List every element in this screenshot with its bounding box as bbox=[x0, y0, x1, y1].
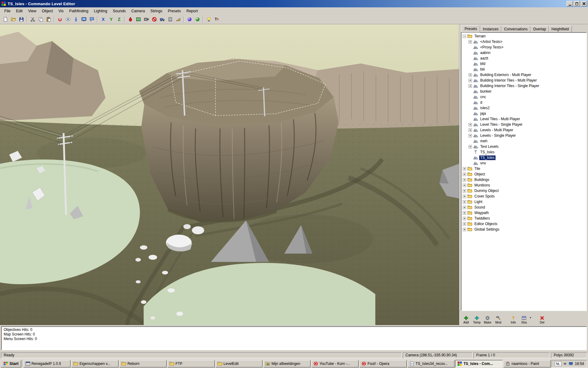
comments-button[interactable] bbox=[88, 15, 96, 23]
close-button[interactable] bbox=[581, 1, 587, 6]
tree-item[interactable]: +Cover Spots bbox=[462, 194, 586, 199]
tree-item[interactable]: +Dummy Object bbox=[462, 188, 586, 194]
tree-item[interactable]: d bbox=[462, 100, 586, 105]
tree-item[interactable]: cnc bbox=[462, 94, 586, 100]
tree-item[interactable]: aabnn bbox=[462, 50, 586, 56]
tab-heightfield[interactable]: Heightfield bbox=[549, 26, 572, 32]
expand-toggle-icon[interactable]: + bbox=[463, 184, 466, 187]
expand-toggle-icon[interactable]: + bbox=[469, 123, 472, 126]
tab-presets[interactable]: Presets bbox=[462, 25, 480, 33]
tree-item[interactable]: +Buildings bbox=[462, 177, 586, 182]
tab-overlap[interactable]: Overlap bbox=[530, 26, 549, 32]
make-preset-button[interactable]: Make bbox=[483, 316, 492, 324]
tree-item[interactable]: isles2 bbox=[462, 105, 586, 111]
tree-item[interactable]: +Level Tiles - Single Player bbox=[462, 122, 586, 127]
tree-item[interactable]: biii bbox=[462, 67, 586, 72]
taskbar-button-naamloos-paint[interactable]: naamloos - Paint bbox=[503, 360, 551, 367]
tree-item[interactable]: meh bbox=[462, 138, 586, 144]
ramp-tool-button[interactable] bbox=[174, 15, 182, 23]
menu-object[interactable]: Object bbox=[39, 8, 56, 14]
expand-toggle-icon[interactable]: + bbox=[463, 173, 466, 176]
tree-item[interactable]: aaztt bbox=[462, 56, 586, 61]
taskbar-button-ts-isles-com[interactable]: TS_Isles - Com... bbox=[455, 360, 503, 367]
light-tool-button[interactable] bbox=[205, 15, 213, 23]
expand-toggle-icon[interactable]: + bbox=[469, 79, 472, 82]
taskbar-button-mijn-afbeeldingen[interactable]: Mijn afbeeldingen bbox=[263, 360, 311, 367]
record-path-button[interactable] bbox=[150, 15, 158, 23]
viewport-3d[interactable] bbox=[0, 24, 459, 325]
expand-toggle-icon[interactable]: + bbox=[463, 189, 466, 193]
cut-button[interactable] bbox=[29, 15, 36, 23]
del-preset-button[interactable]: Del bbox=[537, 316, 547, 324]
tree-item[interactable]: +Waypath bbox=[462, 210, 586, 216]
drop-to-ground-button[interactable] bbox=[126, 15, 134, 23]
tree-item[interactable]: +Building Exteriors - Multi Player bbox=[462, 72, 586, 78]
lock-y-axis-button[interactable]: Y bbox=[107, 15, 115, 23]
taskbar-button-renegadeip-1-0-5[interactable]: RenegadeIP 1.0.5 bbox=[24, 360, 71, 367]
expand-toggle-icon[interactable]: + bbox=[469, 145, 472, 148]
visibility-button[interactable] bbox=[64, 15, 72, 23]
menu-report[interactable]: Report bbox=[183, 8, 201, 14]
menu-edit[interactable]: Edit bbox=[13, 8, 25, 14]
expand-toggle-icon[interactable]: + bbox=[469, 73, 472, 77]
menu-strings[interactable]: Strings bbox=[148, 8, 165, 14]
tree-item[interactable]: +Building Interior Tiles - Multi Player bbox=[462, 78, 586, 83]
menu-presets[interactable]: Presets bbox=[165, 8, 183, 14]
tree-item[interactable]: TS_Isles bbox=[462, 149, 586, 155]
vehicle-tool-button[interactable] bbox=[158, 15, 166, 23]
expand-toggle-icon[interactable]: + bbox=[469, 128, 472, 132]
collapse-toggle-icon[interactable]: − bbox=[463, 35, 466, 38]
tree-item[interactable]: <Proxy Tests> bbox=[462, 44, 586, 50]
tree-item[interactable]: +Sound bbox=[462, 205, 586, 210]
tab-instances[interactable]: Instances bbox=[480, 26, 501, 32]
taskbar-button-eigenschappen-v[interactable]: Eigenschappen v... bbox=[71, 360, 119, 367]
tree-item[interactable]: +Munitions bbox=[462, 182, 586, 188]
expand-toggle-icon[interactable]: + bbox=[463, 217, 466, 220]
tree-item[interactable]: jaja bbox=[462, 111, 586, 116]
tree-item[interactable]: +Global Settings bbox=[462, 227, 586, 232]
taskbar-button-ftp[interactable]: FTP bbox=[168, 360, 215, 367]
open-file-button[interactable] bbox=[9, 15, 17, 23]
maximize-button[interactable] bbox=[574, 1, 580, 6]
tree-item[interactable]: +<Artist Tests> bbox=[462, 39, 586, 44]
tree-item[interactable]: +Tile bbox=[462, 166, 586, 171]
tree-item[interactable]: Level Tiles - Multi Player bbox=[462, 116, 586, 122]
tree-item[interactable]: +Light bbox=[462, 199, 586, 205]
sphere-green-tool-button[interactable] bbox=[194, 15, 201, 23]
taskbar-button-reborn[interactable]: Reborn bbox=[119, 360, 167, 367]
tree-item[interactable]: TS_Isles bbox=[462, 155, 586, 160]
xtra-preset-button[interactable]: Xtra bbox=[519, 316, 529, 324]
tree-item[interactable]: bunker bbox=[462, 89, 586, 94]
start-button[interactable]: Start bbox=[1, 360, 21, 367]
copy-button[interactable] bbox=[37, 15, 44, 23]
expand-toggle-icon[interactable]: + bbox=[469, 134, 472, 137]
tree-item[interactable]: vnv bbox=[462, 160, 586, 166]
menu-sounds[interactable]: Sounds bbox=[110, 8, 128, 14]
temp-preset-button[interactable]: Temp bbox=[472, 316, 481, 324]
tree-item[interactable]: −Terrain bbox=[462, 33, 586, 39]
expand-toggle-icon[interactable]: + bbox=[463, 200, 466, 204]
tree-item[interactable]: bfd bbox=[462, 61, 586, 67]
expand-toggle-icon[interactable]: + bbox=[463, 222, 466, 226]
menu-vis[interactable]: Vis bbox=[56, 8, 66, 14]
tree-item[interactable]: +Object bbox=[462, 171, 586, 177]
walk-through-button[interactable] bbox=[72, 15, 80, 23]
menu-lighting[interactable]: Lighting bbox=[91, 8, 110, 14]
tree-item[interactable]: +Test Levels bbox=[462, 144, 586, 149]
xtra-dropdown-arrow[interactable]: ▼ bbox=[529, 316, 532, 319]
taskbar-button-youtube-korn[interactable]: YouTube - Korn -... bbox=[311, 360, 359, 367]
volume-icon[interactable] bbox=[563, 362, 567, 366]
sphere-purple-tool-button[interactable] bbox=[186, 15, 193, 23]
expand-toggle-icon[interactable]: + bbox=[469, 84, 472, 88]
snap-grid-button[interactable] bbox=[134, 15, 142, 23]
expand-toggle-icon[interactable]: + bbox=[463, 195, 466, 198]
select-mode-button[interactable] bbox=[56, 15, 64, 23]
paste-button[interactable] bbox=[45, 15, 52, 23]
new-file-button[interactable] bbox=[2, 15, 9, 23]
info-preset-button[interactable]: ?Info bbox=[509, 316, 518, 324]
language-indicator[interactable]: NL bbox=[555, 361, 561, 366]
expand-toggle-icon[interactable]: + bbox=[463, 211, 466, 215]
expand-toggle-icon[interactable]: + bbox=[469, 40, 472, 44]
building-tool-button[interactable] bbox=[166, 15, 174, 23]
menu-file[interactable]: File bbox=[2, 8, 13, 14]
